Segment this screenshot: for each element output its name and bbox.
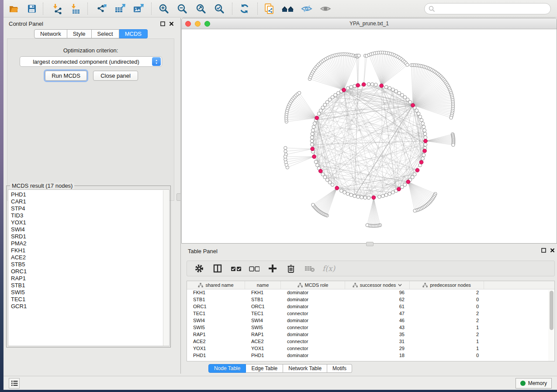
table-settings-gear-icon[interactable] [194,263,204,274]
tab-edge-table[interactable]: Edge Table [246,364,283,373]
table-cell[interactable]: TEC1 [187,310,245,317]
table-cell[interactable]: 0 [410,303,484,310]
table-cell[interactable]: dominator [281,317,345,324]
table-cell[interactable]: 96 [345,289,410,296]
table-cell[interactable]: connector [281,310,345,317]
table-row[interactable]: SWI4SWI4dominator462 [187,317,554,324]
mcds-result-item[interactable]: TID3 [11,212,169,219]
table-cell[interactable]: STB1 [245,296,281,303]
table-cell[interactable]: dominator [281,296,345,303]
table-cell[interactable]: ACE2 [187,338,245,345]
close-panel-icon[interactable] [169,21,174,27]
vertical-divider-handle[interactable] [176,193,181,201]
table-cell[interactable]: SWI5 [187,324,245,331]
mcds-result-item[interactable]: FKH1 [11,247,169,254]
table-cell[interactable]: SWI4 [187,317,245,324]
table-cell[interactable]: 0 [410,352,484,359]
table-cell[interactable]: 1 [410,338,484,345]
mcds-result-item[interactable]: STB5 [11,261,169,268]
table-cell[interactable]: dominator [281,303,345,310]
criterion-dropdown[interactable]: largest connected component (undirected)… [20,56,162,67]
table-row[interactable]: YOX1YOX1connector291 [187,345,554,352]
table-cell[interactable]: FKH1 [187,289,245,296]
zoom-out-icon[interactable] [176,3,189,15]
tab-network[interactable]: Network [34,29,67,38]
mcds-result-item[interactable]: ORC1 [11,268,169,275]
table-cell[interactable]: ORC1 [245,303,281,310]
table-cell[interactable]: dominator [281,331,345,338]
column-header-name[interactable]: name [245,281,281,289]
tab-style[interactable]: Style [67,29,92,38]
table-cell[interactable]: 43 [345,324,410,331]
export-image-icon[interactable] [132,3,145,15]
table-cell[interactable]: 0 [410,296,484,303]
column-header-successor-nodes[interactable]: successor nodes [345,281,410,289]
table-cell[interactable]: 2 [410,331,484,338]
table-scrollbar-thumb[interactable] [550,291,554,330]
table-cell[interactable]: ORC1 [187,303,245,310]
open-icon[interactable] [7,3,20,15]
mcds-result-item[interactable]: YOX1 [11,219,169,226]
mcds-result-item[interactable]: SRD1 [11,233,169,240]
table-row[interactable]: TEC1TEC1connector472 [187,310,554,317]
mcds-list-scrollbar[interactable] [163,190,169,346]
table-cell[interactable]: 2 [410,310,484,317]
table-cell[interactable]: 2 [410,289,484,296]
table-cell[interactable]: 1 [410,324,484,331]
function-builder-icon[interactable]: f(x) [322,264,335,273]
table-cell[interactable]: connector [281,345,345,352]
table-cell[interactable]: 29 [345,345,410,352]
table-cell[interactable]: PHD1 [245,352,281,359]
tab-select[interactable]: Select [92,29,119,38]
mcds-result-item[interactable]: TEC1 [11,296,169,303]
memory-button[interactable]: Memory [515,378,552,389]
delete-column-icon[interactable] [286,263,296,274]
table-row[interactable]: SWI5SWI5connector431 [187,324,554,331]
mcds-result-item[interactable]: RAP1 [11,275,169,282]
mcds-result-item[interactable]: STP4 [11,205,169,212]
show-columns-icon[interactable] [212,263,223,274]
mcds-result-item[interactable]: GCR1 [11,303,169,310]
table-row[interactable]: ORC1ORC1dominator610 [187,303,554,310]
column-header-mcds-role[interactable]: MCDS role [281,281,345,289]
float-panel-icon[interactable] [160,21,166,27]
mcds-result-item[interactable]: PHD1 [11,191,169,198]
table-row[interactable]: RAP1RAP1dominator352 [187,331,554,338]
tab-motifs[interactable]: Motifs [327,364,352,373]
mcds-result-item[interactable]: SWI4 [11,226,169,233]
table-cell[interactable]: 31 [345,338,410,345]
table-cell[interactable]: FKH1 [245,289,281,296]
import-table-icon[interactable] [69,3,82,15]
table-row[interactable]: STB1STB1dominator620 [187,296,554,303]
table-cell[interactable]: 62 [345,296,410,303]
table-cell[interactable]: YOX1 [245,345,281,352]
column-header-predecessor-nodes[interactable]: predecessor nodes [410,281,484,289]
close-panel-button[interactable]: Close panel [93,71,138,81]
export-network-icon[interactable] [95,3,108,15]
mcds-result-item[interactable]: ACE2 [11,254,169,261]
table-cell[interactable]: RAP1 [245,331,281,338]
network-canvas[interactable] [182,29,557,243]
tab-mcds[interactable]: MCDS [119,29,148,38]
table-cell[interactable]: ACE2 [245,338,281,345]
table-cell[interactable]: dominator [281,289,345,296]
table-cell[interactable]: 47 [345,310,410,317]
hide-selected-icon[interactable] [300,3,313,15]
save-icon[interactable] [25,3,38,15]
table-cell[interactable]: 2 [410,317,484,324]
deselect-all-icon[interactable] [249,263,259,274]
table-cell[interactable]: 18 [345,352,410,359]
close-table-panel-icon[interactable] [550,248,555,253]
table-cell[interactable]: connector [281,324,345,331]
table-cell[interactable]: YOX1 [187,345,245,352]
import-network-icon[interactable] [51,3,64,15]
network-window-titlebar[interactable]: YPA_prune.txt_1 [182,18,557,29]
mcds-result-item[interactable]: CAR1 [11,198,169,205]
float-table-panel-icon[interactable] [541,248,547,253]
table-cell[interactable]: dominator [281,352,345,359]
column-header-shared-name[interactable]: shared name [187,281,245,289]
table-cell[interactable]: SWI4 [245,317,281,324]
duplicate-network-icon[interactable] [263,3,276,15]
table-row[interactable]: PHD1PHD1dominator180 [187,352,554,359]
tab-network-table[interactable]: Network Table [283,364,327,373]
